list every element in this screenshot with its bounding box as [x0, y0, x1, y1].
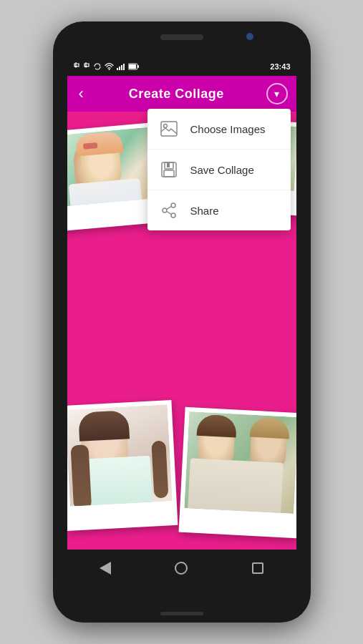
battery-icon — [128, 63, 140, 70]
svg-line-17 — [167, 207, 171, 210]
phone-frame: 23:43 ‹ Create Collage ▾ — [53, 21, 311, 623]
svg-point-14 — [171, 203, 175, 208]
svg-rect-8 — [161, 122, 177, 136]
back-nav-icon — [100, 562, 111, 575]
camera — [246, 33, 253, 40]
svg-line-18 — [167, 212, 171, 215]
share-icon — [159, 200, 179, 220]
menu-item-share[interactable]: Share — [147, 190, 291, 230]
share-label: Share — [190, 205, 219, 217]
svg-point-9 — [163, 125, 167, 128]
svg-rect-4 — [123, 64, 125, 70]
wifi-icon — [105, 63, 114, 70]
home-nav-button[interactable] — [167, 554, 195, 582]
svg-rect-2 — [119, 67, 120, 70]
choose-images-label: Choose Images — [190, 123, 266, 135]
sync-icon — [93, 62, 102, 71]
menu-item-choose-images[interactable]: Choose Images — [147, 109, 291, 150]
screen: 23:43 ‹ Create Collage ▾ — [67, 57, 296, 587]
menu-item-save-collage[interactable]: Save Collage — [147, 150, 291, 190]
recent-nav-button[interactable] — [243, 554, 272, 582]
collage-photo-3[interactable] — [67, 400, 178, 531]
status-time: 23:43 — [270, 62, 290, 71]
signal-icon — [117, 63, 125, 70]
svg-rect-6 — [129, 64, 136, 69]
save-icon — [159, 160, 179, 180]
back-button[interactable]: ‹ — [76, 82, 87, 106]
speaker — [160, 34, 203, 40]
status-bar: 23:43 — [67, 57, 296, 76]
svg-rect-13 — [167, 163, 170, 167]
svg-point-15 — [163, 208, 167, 213]
svg-rect-1 — [117, 68, 118, 70]
collage-photo-4[interactable] — [178, 407, 296, 538]
usb-icon-1 — [73, 62, 80, 71]
svg-point-0 — [108, 69, 110, 70]
svg-rect-12 — [164, 170, 174, 177]
svg-rect-3 — [121, 65, 122, 70]
dropdown-button[interactable]: ▾ — [266, 83, 288, 104]
recent-nav-icon — [252, 562, 263, 574]
app-bar-title: Create Collage — [129, 87, 224, 102]
home-button-bar — [160, 612, 203, 615]
back-nav-button[interactable] — [91, 554, 120, 582]
image-icon — [159, 119, 179, 139]
usb-icon-2 — [83, 62, 90, 71]
home-nav-icon — [175, 562, 188, 575]
nav-bar — [67, 550, 296, 587]
svg-rect-7 — [137, 65, 139, 68]
svg-point-16 — [171, 213, 175, 218]
save-collage-label: Save Collage — [190, 164, 254, 176]
dropdown-menu: Choose Images Save Collage — [147, 109, 291, 230]
app-bar: ‹ Create Collage ▾ — [67, 76, 296, 112]
app-content: ‹ Create Collage ▾ — [67, 76, 296, 587]
status-left-icons — [73, 62, 140, 71]
